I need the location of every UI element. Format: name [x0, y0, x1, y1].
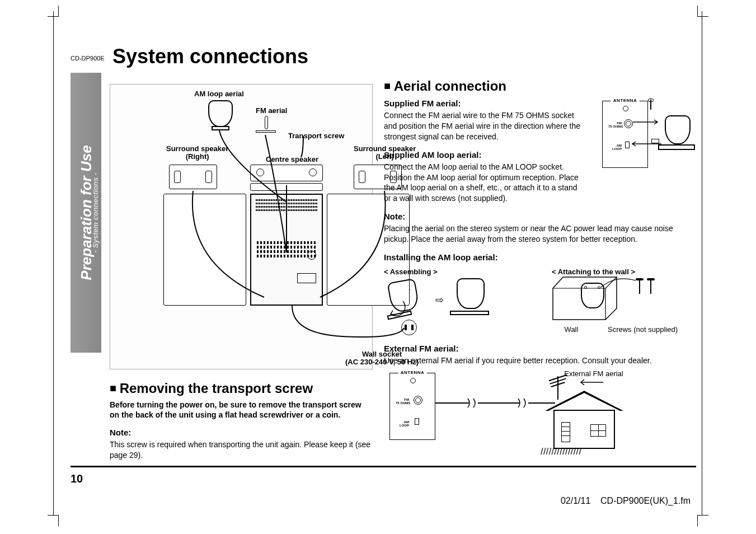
assembling-diagram: ⇨ — [384, 276, 496, 326]
am-socket-label-2: AM LOOP — [396, 420, 409, 427]
section-removing-transport-screw: Removing the transport screw — [110, 381, 373, 396]
page-number: 10 — [71, 472, 83, 485]
fm-socket-label: FM 75 OHMS — [608, 121, 622, 128]
footer-text: 02/1/11 CD-DP900E(UK)_1.fm — [561, 496, 691, 506]
attaching-label: < Attaching to the wall > — [552, 268, 686, 276]
right-column: Aerial connection ANTENNA FM 75 OHMS AM … — [384, 78, 697, 448]
left-column: AM loop aerial FM aerial Transport screw… — [110, 84, 373, 461]
antenna-panel-title: ANTENNA — [611, 99, 640, 103]
installing-am-loop-label: Installing the AM loop aerial: — [384, 252, 697, 262]
fm-socket-label-2: FM 75 OHMS — [396, 398, 409, 405]
transport-screw-instruction: Before turning the power on, be sure to … — [110, 400, 373, 420]
assembling-label: < Assembling > — [384, 268, 524, 276]
cables-icon — [163, 129, 421, 314]
am-loop-icon — [208, 100, 233, 127]
left-note-label: Note: — [110, 428, 373, 437]
wall-caption: Wall — [552, 325, 591, 334]
footer-rule — [71, 466, 696, 467]
am-socket-label: AM LOOP — [608, 144, 622, 151]
external-aerial-caption: External FM aerial — [552, 369, 636, 378]
antenna-socket-diagram: ANTENNA FM 75 OHMS AM LOOP — [602, 99, 697, 168]
external-fm-label: External FM aerial: — [384, 344, 697, 353]
right-note-text: Placing the aerial on the stereo system … — [384, 223, 697, 245]
fm-aerial-text: Connect the FM aerial wire to the FM 75 … — [384, 110, 585, 142]
page-title: System connections — [112, 45, 308, 68]
diagram-label-fm-aerial: FM aerial — [256, 107, 287, 115]
fm-aerial-icon — [265, 116, 268, 129]
antenna-panel-icon: ANTENNA FM 75 OHMS AM LOOP — [602, 101, 648, 168]
external-fm-diagram: ANTENNA FM 75 OHMS AM LOOP External FM a… — [384, 369, 652, 448]
attaching-diagram — [552, 276, 680, 326]
diagram-label-am-loop: AM loop aerial — [194, 90, 244, 98]
ground-icon: / / / / / / / / / / / / / / / — [541, 447, 580, 457]
external-fm-text: Use an external FM aerial if you require… — [384, 355, 697, 366]
screws-caption: Screws (not supplied) — [608, 325, 678, 334]
manual-page: CD-DP900E System connections Preparation… — [53, 11, 702, 515]
system-connection-diagram: AM loop aerial FM aerial Transport screw… — [110, 84, 373, 369]
left-note-text: This screw is required when transporting… — [110, 439, 373, 461]
antenna-panel-title-2: ANTENNA — [398, 370, 427, 375]
side-tab: Preparation for Use - System connections… — [71, 73, 101, 353]
right-note-label: Note: — [384, 212, 697, 221]
side-tab-sub: - System connections - — [91, 173, 100, 252]
model-code: CD-DP900E — [71, 55, 105, 62]
section-aerial-connection: Aerial connection — [384, 78, 697, 94]
am-aerial-text: Connect the AM loop aerial to the AM LOO… — [384, 162, 585, 204]
